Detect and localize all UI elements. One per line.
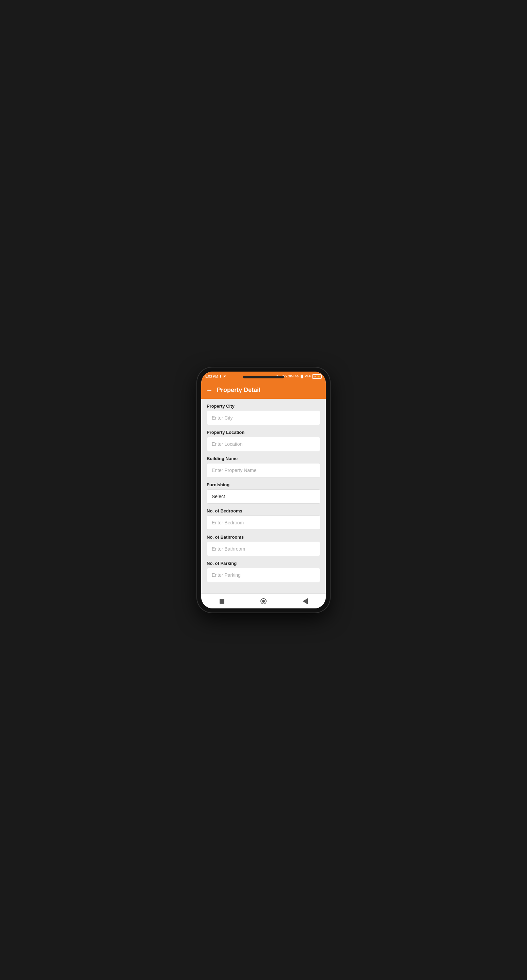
- form-scroll-area: Property City Property Location Building…: [201, 399, 326, 593]
- parking-section: No. of Parking: [207, 561, 320, 582]
- recent-apps-button[interactable]: [217, 596, 227, 606]
- recent-apps-icon: [220, 599, 224, 604]
- home-button[interactable]: [258, 596, 269, 606]
- location-section: Property Location: [207, 430, 320, 451]
- signal-bars: ▐▌: [299, 375, 304, 378]
- back-button[interactable]: ←: [206, 386, 213, 394]
- furnishing-select[interactable]: Select Furnished Semi-Furnished Unfurnis…: [207, 489, 320, 504]
- location-label: Property Location: [207, 430, 320, 435]
- battery-level: 44: [314, 375, 317, 378]
- wifi-icon: WiFi: [305, 375, 311, 378]
- signal-icon: 4G: [295, 375, 299, 378]
- bathroom-label: No. of Bathrooms: [207, 535, 320, 540]
- city-label: Property City: [207, 404, 320, 409]
- bedroom-label: No. of Bedrooms: [207, 508, 320, 514]
- bathroom-section: No. of Bathrooms: [207, 535, 320, 556]
- bedroom-input[interactable]: [207, 515, 320, 530]
- status-left: 8:03 PM ⬇ P: [205, 375, 226, 379]
- battery-indicator: 44 ⚡: [312, 374, 322, 379]
- building-section: Building Name: [207, 456, 320, 477]
- home-icon: [260, 598, 267, 605]
- lightning-icon: ⚡: [317, 375, 320, 378]
- phone-device: 8:03 PM ⬇ P 2.4KB/s SIM 4G ▐▌ WiFi 44 ⚡ …: [197, 368, 330, 612]
- p-icon: P: [223, 375, 226, 379]
- back-icon: [303, 598, 308, 605]
- property-name-input[interactable]: [207, 463, 320, 477]
- parking-input[interactable]: [207, 568, 320, 582]
- phone-notch: [243, 375, 284, 379]
- building-label: Building Name: [207, 456, 320, 461]
- bedroom-section: No. of Bedrooms: [207, 508, 320, 530]
- city-section: Property City: [207, 404, 320, 425]
- sim-icon: SIM: [288, 375, 293, 378]
- location-input[interactable]: [207, 437, 320, 451]
- app-header: ← Property Detail: [201, 381, 326, 399]
- phone-screen: 8:03 PM ⬇ P 2.4KB/s SIM 4G ▐▌ WiFi 44 ⚡ …: [201, 372, 326, 608]
- navigation-bar: [201, 593, 326, 608]
- status-time: 8:03 PM: [205, 375, 218, 379]
- furnishing-section: Furnishing Select Furnished Semi-Furnish…: [207, 482, 320, 504]
- back-nav-button[interactable]: [300, 596, 310, 606]
- parking-label: No. of Parking: [207, 561, 320, 566]
- bathroom-input[interactable]: [207, 542, 320, 556]
- page-title: Property Detail: [217, 387, 260, 394]
- download-icon: ⬇: [219, 375, 222, 379]
- furnishing-label: Furnishing: [207, 482, 320, 487]
- city-input[interactable]: [207, 411, 320, 425]
